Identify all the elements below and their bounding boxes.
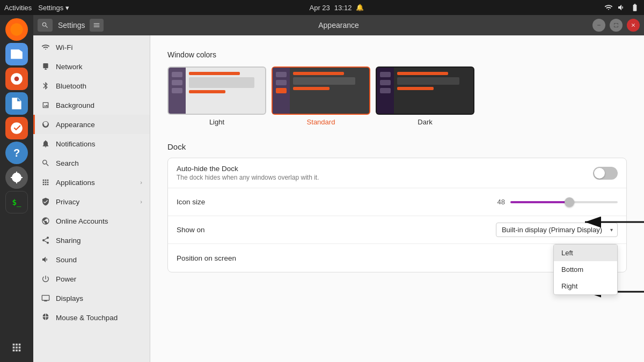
sidebar-search-button[interactable] <box>38 19 53 32</box>
sidebar-item-power[interactable]: Power <box>33 269 150 289</box>
topbar-center: Apr 23 13:12 🔔 <box>310 4 364 12</box>
auto-hide-row: Auto-hide the Dock The dock hides when a… <box>168 158 626 188</box>
auto-hide-label-group: Auto-hide the Dock The dock hides when a… <box>177 165 319 181</box>
window-title: Appearance <box>318 21 359 29</box>
sidebar-item-label: Wi-Fi <box>56 43 72 51</box>
sidebar-item-notifications[interactable]: Notifications <box>33 134 150 153</box>
chevron-right-icon: › <box>140 198 142 205</box>
slider-track[interactable] <box>510 201 618 203</box>
dock-music[interactable] <box>5 68 28 90</box>
dock-settings-section: Dock Auto-hide the Dock The dock hides w… <box>167 142 627 272</box>
auto-hide-label: Auto-hide the Dock <box>177 165 319 173</box>
applications-icon <box>41 178 50 187</box>
theme-preview-light <box>167 67 266 115</box>
show-on-dropdown[interactable]: Built-in display (Primary Display) ▾ <box>496 223 618 237</box>
icon-size-label: Icon size <box>177 198 262 206</box>
sidebar-item-label: Applications <box>56 179 95 187</box>
sidebar-item-label: Online Accounts <box>56 217 108 225</box>
sidebar-item-label: Search <box>56 159 79 167</box>
position-option-right[interactable]: Right <box>554 278 617 294</box>
position-dropdown-menu: Left Bottom Right <box>553 244 618 295</box>
sidebar-item-label: Background <box>56 101 94 109</box>
dock-settings[interactable] <box>5 166 28 189</box>
wifi-icon <box>41 42 50 52</box>
displays-icon <box>41 293 50 303</box>
sidebar-item-label: Sound <box>56 256 77 264</box>
sidebar-item-sharing[interactable]: Sharing <box>33 231 150 250</box>
sidebar-item-search[interactable]: Search <box>33 153 150 173</box>
sidebar-item-label: Mouse & Touchpad <box>56 314 118 322</box>
privacy-icon <box>41 197 50 206</box>
dock-launcher: ? $_ <box>0 15 33 362</box>
main-window: Settings Appearance <box>33 15 644 362</box>
window-colors-title: Window colors <box>167 50 627 59</box>
toggle-knob <box>594 168 605 179</box>
mouse-icon <box>41 313 50 322</box>
sidebar-item-label: Sharing <box>56 237 81 245</box>
appearance-icon <box>41 120 50 129</box>
settings-menu[interactable]: Settings ▾ <box>38 4 69 12</box>
alarm-icon: 🔔 <box>356 4 364 11</box>
slider-thumb[interactable] <box>565 197 574 207</box>
svg-point-2 <box>14 77 19 82</box>
theme-option-dark[interactable]: Dark <box>376 67 474 126</box>
chevron-right-icon: › <box>140 179 142 186</box>
hamburger-menu-button[interactable] <box>90 19 104 32</box>
window-settings-label: Settings <box>58 21 85 29</box>
sharing-icon <box>41 235 50 245</box>
battery-status-icon <box>630 3 640 12</box>
theme-option-light[interactable]: Light <box>167 67 266 126</box>
auto-hide-toggle[interactable] <box>593 167 618 180</box>
power-icon <box>41 274 50 284</box>
sidebar-item-background[interactable]: Background <box>33 95 150 115</box>
dock-appstore[interactable] <box>5 117 28 139</box>
topbar-left: Activities Settings ▾ <box>4 4 69 12</box>
dock-firefox[interactable] <box>5 18 28 41</box>
sidebar-item-label: Network <box>56 63 83 71</box>
notifications-icon <box>41 139 50 149</box>
minimize-button[interactable] <box>592 19 605 32</box>
sidebar-item-displays[interactable]: Displays <box>33 289 150 308</box>
dock-files[interactable] <box>5 43 28 65</box>
dock-terminal[interactable]: $_ <box>5 191 28 213</box>
dock-panel: Auto-hide the Dock The dock hides when a… <box>167 158 627 272</box>
position-option-bottom[interactable]: Bottom <box>554 261 617 278</box>
slider-fill <box>510 201 569 203</box>
date-label: Apr 23 <box>310 4 330 12</box>
position-option-left[interactable]: Left <box>554 245 617 261</box>
dock-section-title: Dock <box>167 142 627 151</box>
window-titlebar: Settings Appearance <box>33 15 644 35</box>
auto-hide-sublabel: The dock hides when any windows overlap … <box>177 174 319 181</box>
maximize-button[interactable] <box>610 19 623 32</box>
show-on-label: Show on <box>177 226 262 234</box>
sidebar-item-mouse-touchpad[interactable]: Mouse & Touchpad <box>33 308 150 327</box>
dock-help[interactable]: ? <box>5 142 28 164</box>
slider-container: 48 <box>262 198 618 206</box>
theme-standard-label: Standard <box>307 118 335 126</box>
dock-writer[interactable] <box>5 92 28 115</box>
window-colors-section: Window colors <box>167 50 627 126</box>
dropdown-arrow-icon: ▾ <box>610 227 613 233</box>
sidebar-item-online-accounts[interactable]: Online Accounts <box>33 211 150 231</box>
theme-options: Light <box>167 67 627 126</box>
sidebar-item-sound[interactable]: Sound <box>33 250 150 269</box>
theme-light-label: Light <box>209 118 224 126</box>
close-button[interactable] <box>627 19 640 32</box>
activities-label[interactable]: Activities <box>4 4 32 12</box>
sidebar-item-wifi[interactable]: Wi-Fi <box>33 38 150 57</box>
sidebar-item-network[interactable]: Network <box>33 57 150 76</box>
content-area: Wi-Fi Network Bluetooth <box>33 35 644 362</box>
dock-apps-grid[interactable] <box>5 336 28 359</box>
sidebar-item-appearance[interactable]: Appearance <box>33 115 150 134</box>
network-icon <box>41 62 50 71</box>
theme-option-standard[interactable]: Standard <box>272 67 370 126</box>
icon-size-control: 48 <box>262 198 618 206</box>
sidebar-item-label: Appearance <box>56 121 95 129</box>
background-icon <box>41 100 50 110</box>
auto-hide-control <box>319 167 618 180</box>
sidebar-item-privacy[interactable]: Privacy › <box>33 192 150 211</box>
show-on-control: Built-in display (Primary Display) ▾ <box>262 223 618 237</box>
theme-dark-label: Dark <box>418 118 432 126</box>
sidebar-item-applications[interactable]: Applications › <box>33 173 150 192</box>
sidebar-item-bluetooth[interactable]: Bluetooth <box>33 76 150 95</box>
